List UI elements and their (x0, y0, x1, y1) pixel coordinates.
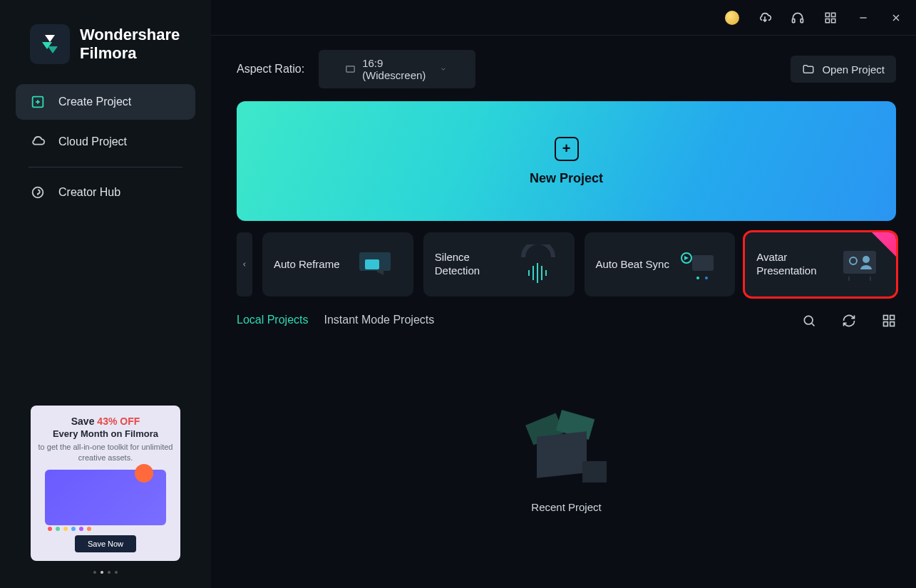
recent-project-label: Recent Project (531, 501, 601, 513)
plus-icon: + (555, 137, 579, 161)
content-area: Aspect Ratio: 16:9 (Widescreen) Open Pro… (211, 36, 916, 588)
svg-point-30 (804, 316, 813, 324)
svg-rect-11 (346, 66, 354, 72)
feature-avatar-presentation[interactable]: Avatar Presentation (745, 232, 896, 296)
tab-instant-projects[interactable]: Instant Mode Projects (324, 314, 435, 328)
nav-cloud-label: Cloud Project (58, 135, 127, 148)
new-project-label: New Project (530, 171, 603, 186)
promo-line1: Save 43% OFF (38, 416, 173, 427)
promo-illustration (45, 470, 166, 525)
new-project-banner[interactable]: + New Project (237, 101, 896, 221)
beat-sync-icon (674, 243, 724, 286)
waveform-icon (513, 243, 563, 286)
promo-save-off: 43% OFF (97, 416, 140, 427)
brand-logo: Wondershare Filmora (9, 14, 202, 84)
svg-rect-13 (365, 259, 379, 269)
feature-silence-detection[interactable]: Silence Detection (423, 232, 575, 296)
sidebar-nav: Create Project Cloud Project Creator Hub (9, 84, 202, 210)
svg-marker-22 (684, 256, 689, 260)
svg-point-23 (696, 277, 699, 279)
feature-scroll-left[interactable] (237, 232, 252, 296)
svg-rect-9 (825, 19, 829, 22)
svg-rect-32 (890, 316, 895, 320)
svg-rect-7 (825, 13, 829, 16)
svg-marker-0 (45, 35, 55, 42)
promo-card[interactable]: Save 43% OFF Every Month on Filmora to g… (31, 406, 180, 561)
empty-box-icon (524, 403, 609, 488)
promo-line3: to get the all-in-one toolkit for unlimi… (38, 442, 173, 463)
svg-rect-5 (793, 19, 795, 22)
cloud-download-icon[interactable] (758, 11, 772, 25)
profile-icon[interactable] (725, 11, 739, 25)
svg-rect-8 (832, 13, 835, 16)
svg-rect-34 (890, 322, 895, 326)
brand-line1: Wondershare (80, 26, 180, 44)
feature-label: Avatar Presentation (756, 251, 835, 278)
svg-marker-2 (48, 46, 58, 53)
aspect-ratio-label: Aspect Ratio: (237, 63, 304, 76)
presentation-icon (835, 243, 885, 286)
aspect-ratio-row: Aspect Ratio: 16:9 (Widescreen) Open Pro… (237, 50, 896, 88)
chevron-down-icon (440, 65, 447, 73)
svg-rect-25 (843, 251, 876, 274)
svg-rect-20 (692, 255, 714, 271)
reframe-icon (352, 243, 402, 286)
brand-icon (30, 24, 70, 64)
open-project-label: Open Project (822, 63, 885, 76)
feature-label: Auto Beat Sync (596, 258, 669, 272)
aspect-ratio-value: 16:9 (Widescreen) (362, 57, 433, 81)
app-window: Wondershare Filmora Create Project Cloud… (0, 0, 916, 588)
search-icon[interactable] (802, 314, 816, 328)
brand-text: Wondershare Filmora (80, 26, 180, 63)
svg-rect-31 (884, 316, 888, 320)
feature-label: Silence Detection (435, 251, 513, 278)
main-panel: Aspect Ratio: 16:9 (Widescreen) Open Pro… (211, 0, 916, 588)
open-project-button[interactable]: Open Project (791, 56, 896, 83)
nav-creator-hub[interactable]: Creator Hub (16, 175, 195, 210)
svg-rect-10 (832, 19, 835, 22)
nav-hub-label: Creator Hub (58, 186, 120, 199)
close-icon[interactable] (889, 11, 903, 25)
svg-rect-33 (884, 322, 888, 326)
minimize-icon[interactable] (856, 11, 870, 25)
feature-auto-reframe[interactable]: Auto Reframe (262, 232, 413, 296)
sidebar: Wondershare Filmora Create Project Cloud… (0, 0, 211, 588)
recent-projects-empty: Recent Project (237, 328, 896, 588)
nav-divider (29, 167, 182, 167)
svg-point-27 (863, 256, 870, 263)
folder-icon (802, 63, 815, 76)
apps-grid-icon[interactable] (823, 11, 838, 25)
promo-save-prefix: Save (71, 416, 98, 427)
promo-cta-button[interactable]: Save Now (75, 535, 136, 552)
refresh-icon[interactable] (842, 314, 856, 328)
promo-color-dots (38, 527, 173, 531)
headphones-icon[interactable] (791, 11, 805, 25)
nav-cloud-project[interactable]: Cloud Project (16, 124, 195, 160)
grid-view-icon[interactable] (882, 314, 896, 328)
promo-line2: Every Month on Filmora (38, 428, 173, 439)
tab-local-projects[interactable]: Local Projects (237, 314, 309, 328)
feature-auto-beat-sync[interactable]: Auto Beat Sync (585, 232, 736, 296)
nav-create-project[interactable]: Create Project (16, 84, 195, 120)
titlebar (211, 0, 916, 36)
projects-tabs: Local Projects Instant Mode Projects (237, 314, 896, 328)
svg-rect-6 (801, 19, 803, 22)
nav-create-label: Create Project (58, 96, 131, 108)
promo-pager (9, 571, 202, 574)
feature-label: Auto Reframe (274, 258, 340, 272)
brand-line2: Filmora (80, 44, 180, 63)
feature-cards-row: Auto Reframe Silence Detection Auto Beat… (237, 232, 896, 296)
aspect-ratio-select[interactable]: 16:9 (Widescreen) (319, 50, 475, 88)
svg-point-4 (33, 187, 43, 198)
svg-point-24 (705, 277, 708, 279)
